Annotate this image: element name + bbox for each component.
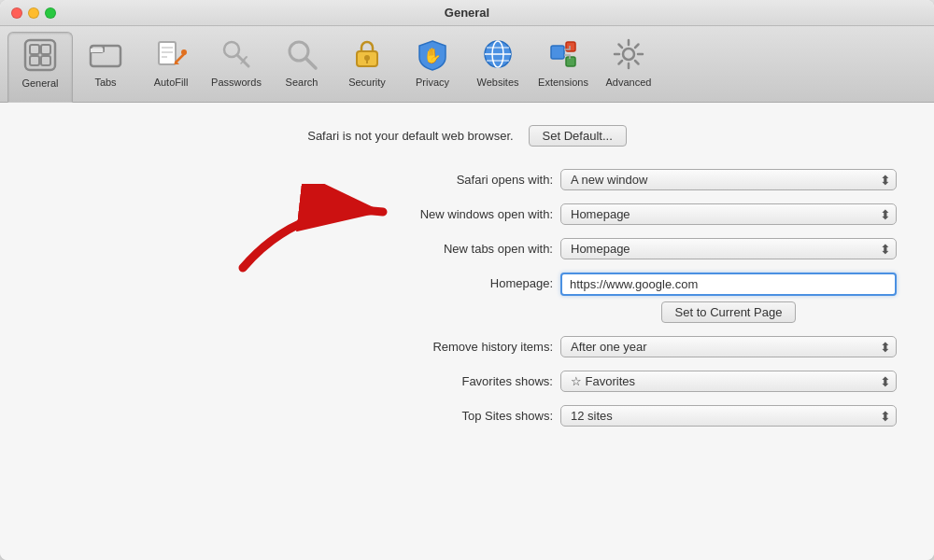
toolbar-item-tabs[interactable]: Tabs xyxy=(73,32,138,102)
svg-rect-2 xyxy=(30,56,39,65)
search-label: Search xyxy=(286,77,318,88)
content-area: Safari is not your default web browser. … xyxy=(0,103,934,560)
title-bar: General xyxy=(0,0,934,26)
history-items-select[interactable]: After one day After one week After two w… xyxy=(560,336,897,357)
svg-line-39 xyxy=(619,45,623,49)
privacy-label: Privacy xyxy=(416,77,449,88)
new-tabs-select-wrapper: Homepage Empty Page Same Page ⬍ xyxy=(560,238,897,259)
svg-text:✋: ✋ xyxy=(423,47,442,64)
passwords-icon xyxy=(218,35,255,73)
svg-rect-4 xyxy=(41,56,50,65)
autofill-label: AutoFill xyxy=(154,77,189,88)
toolbar-item-search[interactable]: Search xyxy=(269,32,334,102)
red-arrow-annotation xyxy=(224,184,411,277)
favorites-shows-select-wrapper: ☆ Favorites Bookmarks Menu Bookmarks Bar… xyxy=(560,371,897,392)
toolbar-item-autofill[interactable]: AutoFill xyxy=(138,32,204,102)
close-button[interactable] xyxy=(11,7,22,19)
websites-label: Websites xyxy=(476,77,518,88)
toolbar-item-passwords[interactable]: Passwords xyxy=(204,32,269,102)
default-browser-text: Safari is not your default web browser. xyxy=(307,129,513,143)
svg-rect-31 xyxy=(551,46,564,59)
advanced-icon xyxy=(610,35,647,73)
safari-opens-select[interactable]: A new window A new private window All wi… xyxy=(560,169,897,190)
set-current-page-button[interactable]: Set to Current Page xyxy=(661,301,797,323)
favorites-shows-label: Favorites shows: xyxy=(347,374,553,388)
safari-opens-label: Safari opens with: xyxy=(347,173,553,187)
toolbar-item-general[interactable]: General xyxy=(7,32,73,103)
svg-line-40 xyxy=(635,61,639,64)
safari-preferences-window: General General xyxy=(0,0,934,560)
favorites-shows-row: Favorites shows: ☆ Favorites Bookmarks M… xyxy=(37,371,897,392)
svg-rect-7 xyxy=(91,49,104,52)
extensions-icon xyxy=(545,35,582,73)
safari-opens-select-wrapper: A new window A new private window All wi… xyxy=(560,169,897,190)
new-windows-select[interactable]: Homepage Empty Page Same Page xyxy=(560,203,897,225)
top-sites-select[interactable]: 6 sites 12 sites 24 sites xyxy=(560,405,897,427)
toolbar-item-privacy[interactable]: ✋ Privacy xyxy=(400,32,465,102)
svg-line-21 xyxy=(306,59,316,68)
homepage-row: Homepage: Set to Current Page xyxy=(37,273,897,323)
search-icon xyxy=(283,35,320,73)
toolbar-item-advanced[interactable]: Advanced xyxy=(596,32,661,102)
new-tabs-label: New tabs open with: xyxy=(347,242,553,256)
svg-rect-9 xyxy=(159,42,176,64)
default-browser-row: Safari is not your default web browser. … xyxy=(37,125,897,147)
window-title: General xyxy=(445,6,489,20)
toolbar-item-extensions[interactable]: Extensions xyxy=(531,32,596,102)
set-default-button[interactable]: Set Default... xyxy=(529,125,627,147)
security-label: Security xyxy=(348,77,386,88)
toolbar-item-websites[interactable]: Websites xyxy=(465,32,531,102)
autofill-icon xyxy=(152,35,190,73)
homepage-input-group: Set to Current Page xyxy=(560,273,897,323)
minimize-button[interactable] xyxy=(28,7,39,19)
svg-rect-1 xyxy=(30,45,39,54)
homepage-input[interactable] xyxy=(560,273,897,296)
history-items-select-wrapper: After one day After one week After two w… xyxy=(560,336,897,357)
advanced-label: Advanced xyxy=(606,77,652,88)
top-sites-select-wrapper: 6 sites 12 sites 24 sites ⬍ xyxy=(560,405,897,427)
traffic-lights xyxy=(11,7,56,19)
new-windows-label: New windows open with: xyxy=(347,207,553,221)
extensions-label: Extensions xyxy=(538,77,588,88)
tabs-label: Tabs xyxy=(94,77,116,88)
new-windows-select-wrapper: Homepage Empty Page Same Page ⬍ xyxy=(560,203,897,225)
history-items-label: Remove history items: xyxy=(347,340,553,354)
privacy-icon: ✋ xyxy=(414,35,451,73)
passwords-label: Passwords xyxy=(211,77,262,88)
svg-rect-3 xyxy=(41,45,50,54)
new-tabs-select[interactable]: Homepage Empty Page Same Page xyxy=(560,238,897,259)
maximize-button[interactable] xyxy=(45,7,56,19)
websites-icon xyxy=(479,35,517,73)
new-tabs-row: New tabs open with: Homepage Empty Page … xyxy=(37,238,897,259)
toolbar: General Tabs xyxy=(0,26,934,103)
new-windows-row: New windows open with: Homepage Empty Pa… xyxy=(37,203,897,225)
favorites-shows-select[interactable]: ☆ Favorites Bookmarks Menu Bookmarks Bar xyxy=(560,371,897,392)
general-label: General xyxy=(21,77,58,89)
homepage-section: Homepage: Set to Current Page xyxy=(37,273,897,323)
general-icon xyxy=(21,36,59,74)
top-sites-label: Top Sites shows: xyxy=(347,409,553,423)
tabs-icon xyxy=(87,35,124,73)
svg-point-15 xyxy=(181,49,187,55)
safari-opens-row: Safari opens with: A new window A new pr… xyxy=(37,169,897,190)
svg-rect-33 xyxy=(566,57,575,66)
toolbar-item-security[interactable]: Security xyxy=(334,32,400,102)
homepage-label: Homepage: xyxy=(347,273,553,290)
history-items-row: Remove history items: After one day Afte… xyxy=(37,336,897,357)
svg-point-34 xyxy=(623,49,634,60)
security-icon xyxy=(348,35,386,73)
svg-line-41 xyxy=(635,45,639,49)
top-sites-row: Top Sites shows: 6 sites 12 sites 24 sit… xyxy=(37,405,897,427)
svg-line-42 xyxy=(619,61,623,64)
